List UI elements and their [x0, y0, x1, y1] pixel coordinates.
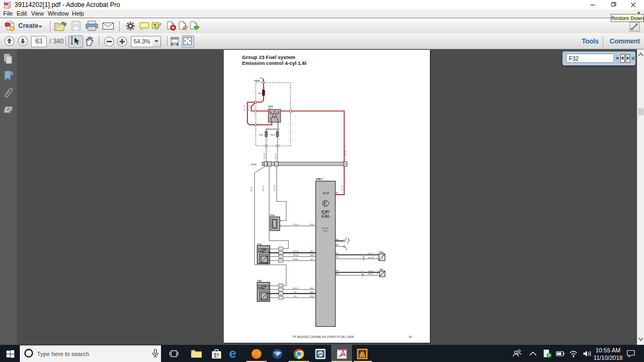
svg-text:GR-RD: GR-RD: [274, 185, 276, 191]
svg-text:21: 21: [344, 163, 346, 165]
svg-text:4 CYL: 4 CYL: [323, 227, 330, 230]
svg-text:F32: F32: [259, 134, 264, 136]
svg-text:SB-RD: SB-RD: [345, 150, 347, 156]
svg-text:BN-OG: BN-OG: [293, 250, 299, 253]
svg-text:ECM: ECM: [323, 213, 326, 215]
svg-text:2: 2: [377, 273, 378, 275]
svg-text:2: 2: [281, 284, 282, 286]
svg-text:3: 3: [281, 297, 282, 299]
svg-text:WH-RD: WH-RD: [368, 270, 374, 272]
svg-text:Emission control 4-cyl 1.6l: Emission control 4-cyl 1.6l: [242, 60, 306, 66]
svg-text:4: 4: [281, 256, 282, 258]
svg-text:1: 1: [281, 289, 282, 291]
svg-text:B/26: B/26: [336, 273, 339, 275]
svg-text:A/2: A/2: [336, 192, 339, 194]
svg-text:F9: F9: [259, 92, 262, 95]
svg-text:F55: F55: [271, 134, 275, 136]
svg-text:2: 2: [265, 97, 266, 99]
svg-text:BN-OG: BN-OG: [293, 224, 299, 226]
svg-text:A/16: A/16: [310, 291, 314, 293]
svg-text:B/24: B/24: [310, 287, 314, 290]
svg-text:4/46.7: 4/46.7: [316, 178, 323, 181]
svg-text:63: 63: [409, 336, 412, 338]
svg-text:BN-BU: BN-BU: [293, 258, 299, 261]
svg-text:B/8: B/8: [336, 253, 339, 255]
svg-text:BN-YE: BN-YE: [293, 287, 298, 290]
svg-text:2: 2: [279, 128, 280, 130]
svg-text:7/26: 7/26: [379, 269, 383, 271]
svg-text:RD-OG: RD-OG: [248, 105, 250, 111]
svg-text:B/27: B/27: [336, 256, 339, 258]
svg-text:BN: BN: [294, 295, 297, 298]
svg-text:2: 2: [267, 138, 268, 141]
svg-text:7/82: 7/82: [257, 279, 262, 282]
svg-text:2: 2: [279, 138, 280, 141]
svg-text:4.6: 4.6: [268, 108, 271, 110]
svg-text:BN-WH: BN-WH: [368, 257, 374, 259]
svg-text:GR-SB: GR-SB: [275, 153, 277, 159]
svg-text:TP 39114202 C30/S40 (04-)/V50/: TP 39114202 C30/S40 (04-)/V50/C70 (06-) …: [292, 335, 354, 338]
svg-text:1: 1: [267, 128, 268, 130]
svg-text:64/96: 64/96: [251, 163, 257, 166]
svg-text:Group 23 Fuel system: Group 23 Fuel system: [242, 54, 295, 60]
svg-text:7/15: 7/15: [257, 243, 262, 246]
svg-text:ECM: ECM: [323, 191, 330, 195]
svg-text:B/2: B/2: [311, 258, 313, 261]
svg-text:GR-RD: GR-RD: [262, 185, 265, 191]
svg-text:SB-RD: SB-RD: [341, 185, 343, 191]
svg-text:A/45: A/45: [336, 239, 339, 241]
svg-text:BN-RD: BN-RD: [368, 273, 374, 275]
svg-text:1: 1: [281, 252, 282, 254]
svg-text:B/5: B/5: [311, 250, 313, 253]
svg-text:WH-VT: WH-VT: [368, 253, 374, 255]
svg-text:RD-OG: RD-OG: [244, 105, 246, 111]
svg-text:2: 2: [281, 248, 282, 250]
svg-text:B/14: B/14: [310, 295, 314, 298]
svg-text:B/16: B/16: [310, 224, 314, 226]
svg-text:1: 1: [265, 87, 266, 90]
svg-text:4: 4: [281, 293, 282, 295]
svg-text:5/18: 5/18: [270, 214, 275, 217]
svg-text:15/31: 15/31: [254, 79, 260, 82]
svg-text:B/17: B/17: [336, 270, 339, 272]
svg-text:BU: BU: [294, 291, 297, 293]
svg-text:1: 1: [280, 220, 281, 222]
svg-text:1.6 L: 1.6 L: [323, 230, 328, 232]
svg-text:2: 2: [377, 257, 378, 259]
svg-text:A/46: A/46: [311, 254, 314, 256]
svg-text:A/31: A/31: [336, 244, 339, 246]
svg-text:GR-SB: GR-SB: [264, 153, 266, 159]
svg-text:7/143: 7/143: [379, 252, 384, 254]
svg-text:WH-BU: WH-BU: [293, 254, 299, 256]
svg-text:3: 3: [281, 260, 282, 262]
svg-text:30+: 30+: [260, 77, 264, 79]
svg-text:BN-YE: BN-YE: [251, 186, 253, 191]
